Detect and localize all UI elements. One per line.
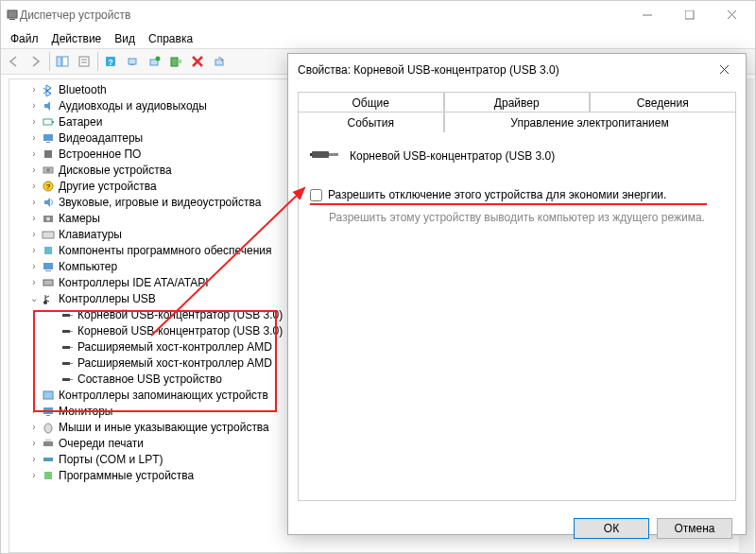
properties-button[interactable] [74, 51, 94, 72]
expand-icon[interactable]: › [28, 116, 40, 127]
keyboard-icon [41, 227, 56, 242]
tab-details[interactable]: Сведения [590, 92, 736, 113]
tree-item-label: Камеры [59, 212, 100, 225]
expand-icon[interactable]: › [28, 261, 40, 271]
titlebar: Диспетчер устройств [1, 1, 755, 29]
tab-power-management[interactable]: Управление электропитанием [444, 112, 736, 132]
expand-icon[interactable]: › [28, 181, 40, 191]
expand-icon[interactable]: › [28, 438, 40, 448]
tree-item-label: Батареи [59, 115, 102, 129]
tree-item-label: Составное USB устройство [77, 372, 222, 386]
svg-rect-24 [44, 150, 52, 158]
minimize-button[interactable] [626, 2, 668, 28]
svg-text:?: ? [108, 58, 113, 67]
expand-icon[interactable]: › [28, 213, 40, 223]
svg-rect-18 [178, 60, 181, 63]
svg-rect-34 [45, 270, 51, 271]
firmware-icon [41, 147, 56, 162]
software-icon [41, 243, 56, 258]
svg-rect-41 [62, 346, 70, 349]
menu-file[interactable]: Файл [5, 30, 44, 47]
tree-item-label: Контроллеры запоминающих устройств [59, 389, 268, 402]
svg-rect-44 [70, 363, 73, 364]
expand-icon[interactable]: › [28, 84, 40, 95]
svg-rect-32 [44, 247, 52, 254]
expand-icon[interactable]: › [28, 245, 40, 255]
uninstall-button[interactable] [187, 51, 208, 72]
svg-rect-8 [79, 57, 89, 66]
expand-icon[interactable]: › [28, 229, 40, 239]
tab-events[interactable]: События [298, 112, 444, 132]
update-driver-button[interactable] [144, 51, 164, 72]
nav-forward-button[interactable] [26, 51, 46, 72]
disable-button[interactable] [209, 51, 230, 72]
tree-item-label: Видеоадаптеры [59, 131, 143, 145]
svg-rect-58 [329, 153, 338, 156]
menu-help[interactable]: Справка [143, 30, 198, 47]
allow-power-off-checkbox[interactable] [310, 189, 322, 201]
tab-general[interactable]: Общие [298, 92, 444, 113]
mouse-icon [41, 420, 56, 435]
svg-rect-54 [44, 472, 52, 479]
svg-rect-7 [62, 57, 68, 66]
svg-point-50 [44, 424, 52, 433]
ok-button[interactable]: ОК [574, 518, 649, 539]
audio-icon [41, 98, 56, 113]
svg-rect-1 [9, 19, 15, 20]
allow-wake-label: Разрешить этому устройству выводить комп… [310, 205, 724, 226]
svg-rect-37 [62, 314, 70, 317]
svg-rect-45 [62, 378, 70, 381]
expand-icon[interactable]: › [28, 277, 40, 287]
close-button[interactable] [711, 2, 753, 28]
usbchild-icon [60, 372, 75, 387]
battery-icon [41, 114, 56, 130]
expand-icon[interactable]: › [28, 100, 40, 111]
tree-item-label: Расширяемый хост-контроллер AMD [77, 356, 272, 370]
menu-action[interactable]: Действие [46, 30, 108, 47]
softdev-icon [41, 468, 56, 483]
help-button[interactable]: ? [100, 51, 121, 72]
expand-icon[interactable]: ⌄ [28, 293, 40, 303]
usbchild-icon [60, 339, 75, 355]
svg-rect-59 [310, 153, 312, 156]
tree-item-label: Компоненты программного обеспечения [59, 244, 272, 257]
svg-rect-38 [70, 315, 73, 316]
svg-rect-39 [62, 330, 70, 333]
maximize-button[interactable] [668, 2, 711, 28]
show-hide-tree-button[interactable] [52, 51, 73, 72]
svg-rect-49 [46, 415, 50, 416]
nav-back-button[interactable] [4, 51, 25, 72]
svg-rect-40 [70, 331, 73, 332]
ide-icon [41, 275, 56, 290]
usb-icon [41, 291, 56, 306]
expand-icon[interactable]: › [28, 132, 40, 143]
tree-item-label: Мониторы [59, 405, 112, 418]
port-icon [41, 452, 56, 467]
expand-icon[interactable]: › [28, 406, 40, 416]
svg-rect-35 [43, 280, 53, 286]
menubar: Файл Действие Вид Справка [1, 29, 755, 48]
expand-icon[interactable]: › [28, 470, 40, 480]
svg-rect-51 [43, 441, 53, 446]
expand-icon[interactable]: › [28, 390, 40, 400]
expand-icon[interactable]: › [28, 454, 40, 464]
cancel-button[interactable]: Отмена [657, 518, 732, 539]
svg-rect-53 [43, 458, 53, 461]
expand-icon[interactable]: › [28, 422, 40, 432]
tree-item-label: Звуковые, игровые и видеоустройства [59, 196, 261, 209]
svg-rect-46 [70, 379, 73, 380]
svg-rect-17 [171, 58, 178, 66]
tree-item-label: Расширяемый хост-контроллер AMD [77, 340, 272, 354]
tab-driver[interactable]: Драйвер [444, 92, 591, 113]
tree-item-label: Клавиатуры [59, 228, 122, 241]
expand-icon[interactable]: › [28, 164, 40, 175]
expand-icon[interactable]: › [28, 148, 40, 159]
dialog-close-button[interactable] [706, 57, 744, 83]
svg-rect-6 [57, 57, 61, 66]
expand-icon[interactable]: › [28, 197, 40, 207]
scan-hardware-button[interactable] [122, 51, 143, 72]
menu-view[interactable]: Вид [109, 30, 141, 47]
allow-power-off-label[interactable]: Разрешить отключение этого устройства дл… [328, 188, 666, 201]
add-legacy-button[interactable] [165, 51, 186, 72]
tree-item-label: Программные устройства [59, 469, 194, 482]
